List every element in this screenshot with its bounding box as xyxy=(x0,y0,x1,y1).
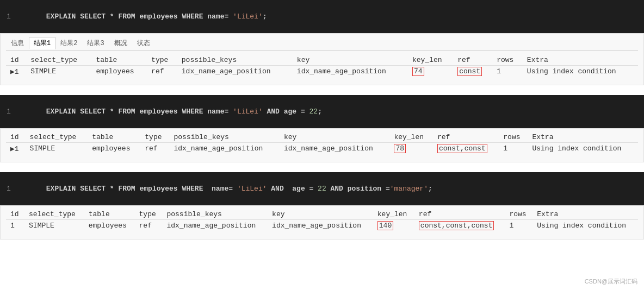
col-key-len: key_len xyxy=(408,55,453,66)
table-row: ▶1 SIMPLE employees ref idx_name_age_pos… xyxy=(6,66,638,78)
code-kw2b: AND age = xyxy=(263,108,309,116)
cell-ref-3: const,const,const xyxy=(414,220,505,232)
cell-possible-keys: idx_name_age_position xyxy=(177,66,293,78)
cell-extra-3: Using index condition xyxy=(532,220,638,232)
code-block-1: 1 EXPLAIN SELECT * FROM employees WHERE … xyxy=(0,0,644,33)
code-num3: 22 xyxy=(318,185,326,193)
col-table-2: table xyxy=(88,132,140,143)
col-id-2: id xyxy=(6,132,26,143)
col-key-len-3: key_len xyxy=(373,209,414,220)
table-row-3: 1 SIMPLE employees ref idx_name_age_posi… xyxy=(6,220,638,232)
col-key-2: key xyxy=(280,132,389,143)
cell-key-len-2: 78 xyxy=(389,143,433,155)
cell-rows-3: 1 xyxy=(505,220,532,232)
tab-result2[interactable]: 结果2 xyxy=(55,37,82,49)
cell-select-type-2: SIMPLE xyxy=(26,143,88,155)
cell-possible-keys-3: idx_name_age_position xyxy=(162,220,268,232)
spacer-1 xyxy=(0,85,644,95)
cell-marker-2: ▶1 xyxy=(6,143,26,155)
section-3: 1 EXPLAIN SELECT * FROM employees WHERE … xyxy=(0,172,644,239)
col-type-2: type xyxy=(140,132,169,143)
col-possible-keys: possible_keys xyxy=(177,55,293,66)
cell-key-len: 74 xyxy=(408,66,453,78)
code-string2: 'LiLei' xyxy=(233,108,263,116)
col-rows-2: rows xyxy=(499,132,528,143)
cell-table-2: employees xyxy=(88,143,140,155)
ref-highlight-2: const,const xyxy=(437,144,487,153)
code-semi3: ; xyxy=(428,185,432,193)
code-text-3: EXPLAIN SELECT * FROM employees WHERE na… xyxy=(21,176,432,201)
col-type: type xyxy=(147,55,177,66)
key-len-highlight-3: 140 xyxy=(377,221,393,230)
col-select-type-2: select_type xyxy=(26,132,88,143)
line-number-2: 1 xyxy=(7,108,12,116)
tab-overview[interactable]: 概况 xyxy=(109,37,132,49)
tab-status[interactable]: 状态 xyxy=(132,37,155,49)
col-key-len-2: key_len xyxy=(389,132,433,143)
key-len-highlight-2: 78 xyxy=(394,144,406,153)
result-table-1: id select_type table type possible_keys … xyxy=(6,55,638,77)
cell-key: idx_name_age_position xyxy=(293,66,408,78)
cell-extra-2: Using index condition xyxy=(528,143,638,155)
table-header-row-2: id select_type table type possible_keys … xyxy=(6,132,638,143)
code-text-2: EXPLAIN SELECT * FROM employees WHERE na… xyxy=(21,99,322,124)
code-block-2: 1 EXPLAIN SELECT * FROM employees WHERE … xyxy=(0,95,644,128)
cell-table-3: employees xyxy=(84,220,135,232)
code-kw3c: AND position = xyxy=(326,185,390,193)
cell-key-2: idx_name_age_position xyxy=(280,143,389,155)
col-rows-3: rows xyxy=(505,209,532,220)
code-keyword2: EXPLAIN SELECT * FROM employees WHERE na… xyxy=(46,108,233,116)
col-ref-2: ref xyxy=(433,132,499,143)
col-possible-keys-2: possible_keys xyxy=(169,132,279,143)
cell-marker-3: 1 xyxy=(6,220,24,232)
table-header-row-3: id select_type table type possible_keys … xyxy=(6,209,638,220)
cell-type: ref xyxy=(147,66,177,78)
cell-key-3: idx_name_age_position xyxy=(268,220,373,232)
cell-select-type-3: SIMPLE xyxy=(24,220,84,232)
cell-ref: const xyxy=(453,66,492,78)
tab-result3[interactable]: 结果3 xyxy=(82,37,109,49)
watermark: CSDN@展示词汇码 xyxy=(585,278,637,286)
tab-info[interactable]: 信息 xyxy=(6,37,29,49)
col-key: key xyxy=(293,55,408,66)
cell-rows-2: 1 xyxy=(499,143,528,155)
result-table-3: id select_type table type possible_keys … xyxy=(6,209,638,231)
code-num2: 22 xyxy=(309,108,318,116)
col-id-3: id xyxy=(6,209,24,220)
col-rows: rows xyxy=(492,55,523,66)
code-semi2: ; xyxy=(318,108,322,116)
cell-key-len-3: 140 xyxy=(373,220,414,232)
table-row-2: ▶1 SIMPLE employees ref idx_name_age_pos… xyxy=(6,143,638,155)
ref-highlight: const xyxy=(457,67,482,76)
code-punct: ; xyxy=(263,12,267,21)
col-ref-3: ref xyxy=(414,209,505,220)
col-table: table xyxy=(91,55,147,66)
code-string3b: 'manager' xyxy=(390,185,428,193)
tab-result1[interactable]: 结果1 xyxy=(29,37,55,49)
code-string: 'LiLei' xyxy=(233,12,263,21)
key-len-highlight: 74 xyxy=(412,67,424,76)
section-1: 1 EXPLAIN SELECT * FROM employees WHERE … xyxy=(0,0,644,85)
cell-select-type: SIMPLE xyxy=(26,66,91,78)
col-extra: Extra xyxy=(523,55,638,66)
code-keyword: EXPLAIN SELECT * FROM employees WHERE na… xyxy=(46,12,233,21)
line-number-3: 1 xyxy=(7,185,12,193)
line-number-1: 1 xyxy=(7,12,12,21)
table-header-row: id select_type table type possible_keys … xyxy=(6,55,638,66)
col-select-type-3: select_type xyxy=(24,209,84,220)
code-string3a: 'LiLei' xyxy=(237,185,267,193)
col-ref: ref xyxy=(453,55,492,66)
section-2: 1 EXPLAIN SELECT * FROM employees WHERE … xyxy=(0,95,644,162)
result-area-1: 信息 结果1 结果2 结果3 概况 状态 id select_type tabl… xyxy=(0,33,644,85)
col-key-3: key xyxy=(268,209,373,220)
cell-extra: Using index condition xyxy=(523,66,638,78)
cell-rows: 1 xyxy=(492,66,523,78)
spacer-2 xyxy=(0,162,644,172)
tabs-1[interactable]: 信息 结果1 结果2 结果3 概况 状态 xyxy=(6,37,638,51)
code-keyword3: EXPLAIN SELECT * FROM employees WHERE na… xyxy=(46,185,237,193)
cell-table: employees xyxy=(91,66,147,78)
cell-type-3: ref xyxy=(135,220,163,232)
col-select-type: select_type xyxy=(26,55,91,66)
result-table-2: id select_type table type possible_keys … xyxy=(6,132,638,154)
col-possible-keys-3: possible_keys xyxy=(162,209,268,220)
